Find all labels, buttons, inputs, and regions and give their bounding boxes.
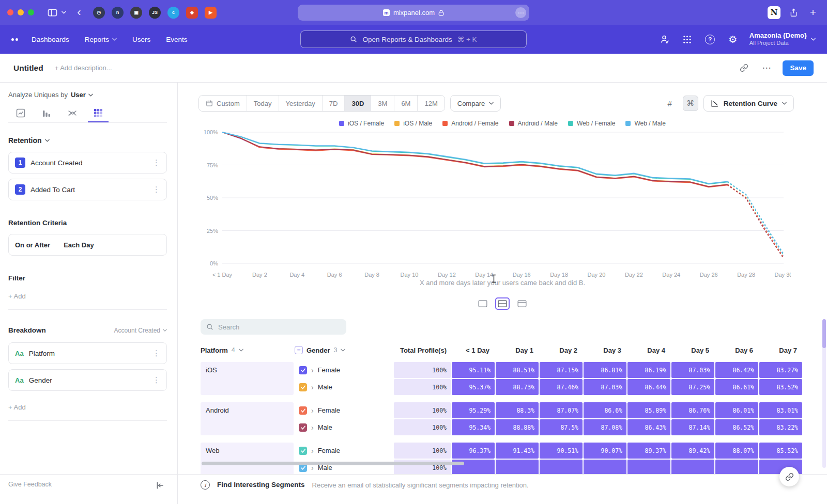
gender-cell[interactable]: ›Female: [295, 443, 393, 459]
retention-value-cell[interactable]: 89.37%: [627, 443, 670, 459]
column-header-gender[interactable]: – Gender 3: [295, 346, 393, 354]
retention-value-cell[interactable]: 88.73%: [496, 379, 539, 395]
retention-value-cell[interactable]: 83.22%: [759, 419, 802, 435]
share-icon[interactable]: [787, 6, 800, 19]
browser-extension-icon-3[interactable]: ▣: [130, 7, 142, 19]
retention-value-cell[interactable]: 87.5%: [540, 419, 583, 435]
analyze-entity-dropdown[interactable]: User: [71, 91, 93, 99]
platform-cell[interactable]: Android: [201, 402, 294, 435]
retention-value-cell[interactable]: 86.19%: [627, 362, 670, 378]
address-bar[interactable]: m mixpanel.com ⋯: [298, 5, 529, 21]
project-switcher[interactable]: Amazonia {Demo} All Project Data: [749, 32, 816, 47]
retention-value-cell[interactable]: 86.43%: [627, 419, 670, 435]
retention-value-cell[interactable]: 88.3%: [496, 402, 539, 418]
compare-button[interactable]: Compare: [450, 95, 501, 112]
table-search[interactable]: [201, 319, 346, 335]
retention-value-cell[interactable]: 85.89%: [627, 402, 670, 418]
retention-value-cell[interactable]: 83.01%: [759, 402, 802, 418]
retention-value-cell[interactable]: 87.03%: [671, 362, 714, 378]
give-feedback-link[interactable]: Give Feedback: [8, 481, 52, 488]
user-management-icon[interactable]: [658, 33, 671, 45]
day-column-header[interactable]: < 1 Day: [452, 346, 495, 354]
breakdown-item-platform[interactable]: Aa Platform ⋮: [8, 342, 167, 364]
retention-value-cell[interactable]: 87.03%: [584, 379, 626, 395]
retention-value-cell[interactable]: 83.27%: [759, 362, 802, 378]
retention-value-cell[interactable]: 87.08%: [584, 419, 626, 435]
select-all-checkbox[interactable]: –: [295, 346, 303, 354]
retention-value-cell[interactable]: 87.07%: [540, 402, 583, 418]
retention-value-cell[interactable]: [584, 460, 626, 474]
criteria-mode[interactable]: On or After: [15, 241, 50, 249]
retention-value-cell[interactable]: 90.07%: [584, 443, 626, 459]
day-column-header[interactable]: Day 7: [759, 346, 802, 354]
add-description-button[interactable]: + Add description...: [55, 64, 112, 72]
day-column-header[interactable]: Day 1: [496, 346, 539, 354]
retention-value-cell[interactable]: [496, 460, 539, 474]
retention-value-cell[interactable]: 86.44%: [627, 379, 670, 395]
date-range-yesterday[interactable]: Yesterday: [279, 96, 323, 111]
row-checkbox[interactable]: [299, 366, 307, 374]
retention-value-cell[interactable]: 88.07%: [715, 443, 758, 459]
browser-sidebar-toggle-icon[interactable]: [45, 6, 59, 19]
save-button[interactable]: Save: [783, 60, 814, 76]
table-search-input[interactable]: [218, 323, 341, 331]
expand-row-icon[interactable]: ›: [311, 406, 314, 415]
table-only-view-button[interactable]: [515, 297, 529, 310]
nav-item-reports[interactable]: Reports: [85, 36, 117, 43]
retention-value-cell[interactable]: 95.34%: [452, 419, 495, 435]
date-range-30d[interactable]: 30D: [345, 96, 371, 111]
retention-value-cell[interactable]: 86.81%: [584, 362, 626, 378]
retention-value-cell[interactable]: 95.11%: [452, 362, 495, 378]
kebab-menu-icon[interactable]: ⋮: [152, 185, 160, 194]
date-range-12m[interactable]: 12M: [418, 96, 444, 111]
row-checkbox[interactable]: [299, 406, 307, 415]
platform-cell[interactable]: iOS: [201, 362, 294, 395]
chart-only-view-button[interactable]: [476, 297, 490, 310]
nav-item-dashboards[interactable]: Dashboards: [32, 36, 69, 43]
browser-extension-icon-1[interactable]: ◷: [93, 7, 105, 19]
close-window-button[interactable]: [7, 9, 13, 15]
segments-cta-title[interactable]: Find Interesting Segments: [217, 481, 305, 489]
expand-row-icon[interactable]: ›: [311, 447, 314, 455]
chevron-down-icon[interactable]: [59, 6, 68, 19]
retention-value-cell[interactable]: 95.37%: [452, 379, 495, 395]
add-filter-button[interactable]: + Add: [8, 292, 167, 310]
retention-value-cell[interactable]: 87.25%: [671, 379, 714, 395]
retention-criteria-card[interactable]: On or After Each Day: [8, 234, 167, 256]
vertical-scrollbar[interactable]: [822, 319, 826, 468]
retention-value-cell[interactable]: 87.15%: [540, 362, 583, 378]
retention-value-cell[interactable]: 85.52%: [759, 443, 802, 459]
retention-value-cell[interactable]: 89.42%: [671, 443, 714, 459]
collapse-sidebar-icon[interactable]: [156, 482, 164, 489]
day-column-header[interactable]: Day 5: [671, 346, 714, 354]
row-checkbox[interactable]: [299, 423, 307, 432]
platform-cell[interactable]: Web: [201, 443, 294, 474]
retention-step-1[interactable]: 1 Account Created ⋮: [8, 152, 167, 174]
nav-item-events[interactable]: Events: [166, 36, 187, 43]
settings-gear-icon[interactable]: ⚙: [727, 33, 739, 45]
retention-value-cell[interactable]: 90.51%: [540, 443, 583, 459]
retention-line-chart[interactable]: 0%25%50%75%100%< 1 DayDay 2Day 4Day 6Day…: [196, 126, 791, 281]
day-column-header[interactable]: Day 3: [584, 346, 626, 354]
retention-value-cell[interactable]: 95.29%: [452, 402, 495, 418]
horizontal-scrollbar[interactable]: [202, 462, 464, 465]
retention-value-cell[interactable]: 86.01%: [715, 402, 758, 418]
retention-value-cell[interactable]: [715, 460, 758, 474]
expand-row-icon[interactable]: ›: [311, 383, 314, 391]
row-checkbox[interactable]: [299, 447, 307, 455]
new-tab-icon[interactable]: +: [806, 6, 820, 19]
global-search-button[interactable]: Open Reports & Dashboards ⌘ + K: [300, 30, 527, 48]
breakdown-item-gender[interactable]: Aa Gender ⋮: [8, 369, 167, 391]
retention-value-cell[interactable]: 83.52%: [759, 379, 802, 395]
expand-row-icon[interactable]: ›: [311, 366, 314, 374]
nav-item-users[interactable]: Users: [132, 36, 150, 43]
retention-value-cell[interactable]: [627, 460, 670, 474]
date-range-6m[interactable]: 6M: [394, 96, 418, 111]
retention-value-cell[interactable]: 87.14%: [671, 419, 714, 435]
browser-extension-icon-6[interactable]: ◆: [186, 7, 198, 19]
retention-value-cell[interactable]: 87.46%: [540, 379, 583, 395]
report-title[interactable]: Untitled: [13, 64, 43, 73]
browser-back-icon[interactable]: ‹: [72, 6, 86, 19]
chart-type-dropdown[interactable]: Retention Curve: [703, 95, 794, 112]
minimize-window-button[interactable]: [18, 9, 24, 15]
